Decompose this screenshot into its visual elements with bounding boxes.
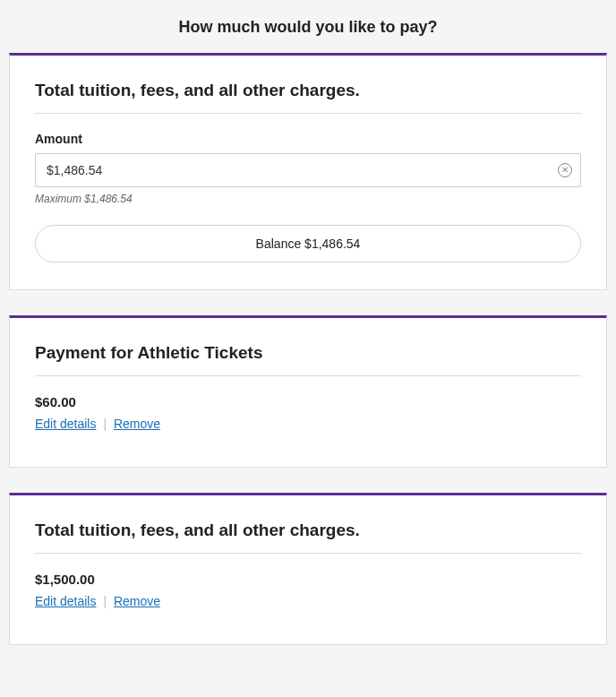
edit-details-link[interactable]: Edit details [35,417,96,431]
amount-input-wrap: ✕ [35,153,581,187]
card-title: Payment for Athletic Tickets [35,343,581,363]
divider [35,553,581,554]
edit-details-link[interactable]: Edit details [35,594,96,608]
card-athletic-tickets: Payment for Athletic Tickets $60.00 Edit… [9,315,607,468]
amount-hint: Maximum $1,486.54 [35,193,581,205]
card-tuition-summary: Total tuition, fees, and all other charg… [9,493,607,645]
divider [35,375,581,376]
divider [35,113,581,114]
actions: Edit details | Remove [35,417,581,431]
amount-value: $60.00 [35,394,581,409]
separator: | [103,594,107,608]
separator: | [103,417,107,431]
page-title: How much would you like to pay? [0,0,616,53]
actions: Edit details | Remove [35,594,581,608]
balance-button[interactable]: Balance $1,486.54 [35,225,581,262]
card-title: Total tuition, fees, and all other charg… [35,521,581,540]
amount-input[interactable] [35,153,581,187]
remove-link[interactable]: Remove [114,417,160,431]
card-tuition-input: Total tuition, fees, and all other charg… [9,53,607,290]
remove-link[interactable]: Remove [114,594,160,608]
amount-value: $1,500.00 [35,572,581,587]
clear-icon[interactable]: ✕ [558,163,572,177]
amount-label: Amount [35,132,581,146]
card-title: Total tuition, fees, and all other charg… [35,81,581,100]
